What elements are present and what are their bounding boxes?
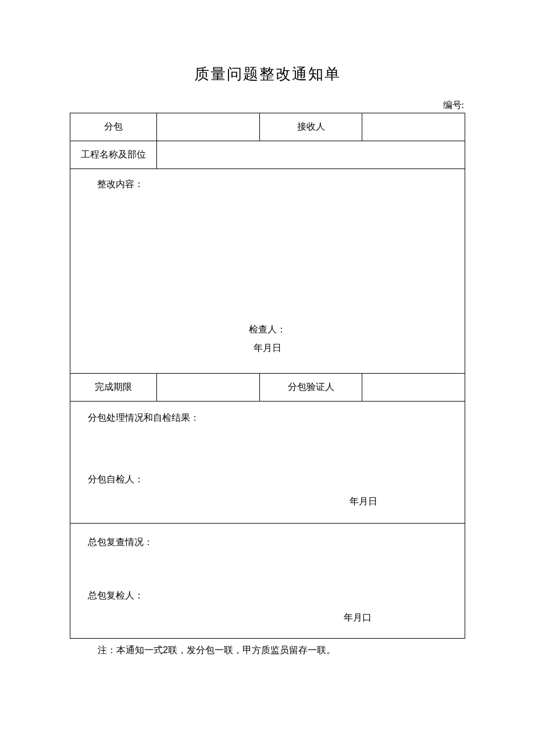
cell-deadline-value[interactable] — [157, 374, 260, 402]
recheck-label: 总包复查情况： — [88, 536, 153, 549]
number-label: 编号: — [70, 99, 465, 112]
footnote-suffix: 联，发分包一联，甲方质监员留存一联。 — [168, 645, 336, 655]
recheck-signer: 总包复检人： — [88, 590, 144, 602]
cell-verifier-value[interactable] — [362, 374, 465, 402]
form-table: 分包 接收人 工程名称及部位 整改内容： 检查人： 年月日 完成期限 分包验证人… — [70, 113, 465, 639]
rectification-content-block[interactable]: 整改内容： 检查人： 年月日 — [70, 169, 465, 374]
cell-subcontractor-label: 分包 — [70, 113, 157, 141]
document-title: 质量问题整改通知单 — [70, 64, 465, 84]
cell-deadline-label: 完成期限 — [70, 374, 157, 402]
cell-project-label: 工程名称及部位 — [70, 141, 157, 169]
cell-receiver-value[interactable] — [362, 113, 465, 141]
inspector-date: 年月日 — [70, 342, 465, 354]
footnote-prefix: 注：本通知一式 — [98, 645, 163, 655]
rectification-label: 整改内容： — [97, 178, 144, 191]
inspector-label: 检查人： — [70, 324, 465, 336]
recheck-block[interactable]: 总包复查情况： 总包复检人： 年月口 — [70, 524, 465, 639]
self-check-block[interactable]: 分包处理情况和自检结果： 分包自检人： 年月日 — [70, 402, 465, 524]
self-check-signer: 分包自检人： — [88, 474, 144, 486]
footnote: 注：本通知一式2联，发分包一联，甲方质监员留存一联。 — [70, 639, 465, 657]
footnote-count: 2 — [163, 645, 168, 655]
cell-receiver-label: 接收人 — [259, 113, 362, 141]
cell-verifier-label: 分包验证人 — [259, 374, 362, 402]
self-check-label: 分包处理情况和自检结果： — [88, 412, 199, 424]
cell-subcontractor-value[interactable] — [157, 113, 260, 141]
self-check-date: 年月日 — [70, 496, 465, 508]
recheck-date: 年月口 — [70, 612, 465, 624]
cell-project-value[interactable] — [157, 141, 465, 169]
